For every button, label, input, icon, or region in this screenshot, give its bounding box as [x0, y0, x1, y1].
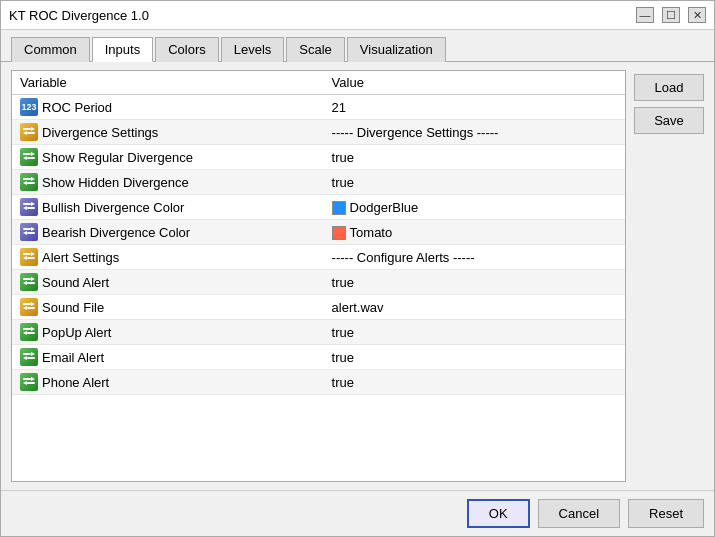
svg-marker-21 [31, 252, 35, 256]
svg-rect-4 [23, 153, 31, 155]
variable-cell: Bearish Divergence Color [12, 220, 324, 245]
ok-button[interactable]: OK [467, 499, 530, 528]
table-row[interactable]: Sound Alerttrue [12, 270, 625, 295]
variable-cell: 123ROC Period [12, 95, 324, 120]
tab-inputs[interactable]: Inputs [92, 37, 153, 62]
main-window: KT ROC Divergence 1.0 — ☐ ✕ Common Input… [0, 0, 715, 537]
bool-icon [20, 173, 38, 191]
variable-label: Bullish Divergence Color [42, 200, 184, 215]
tab-scale[interactable]: Scale [286, 37, 345, 62]
svg-marker-9 [31, 177, 35, 181]
svg-rect-36 [23, 353, 31, 355]
tabs-bar: Common Inputs Colors Levels Scale Visual… [1, 30, 714, 62]
table-row[interactable]: Divergence Settings----- Divergence Sett… [12, 120, 625, 145]
variable-cell: PopUp Alert [12, 320, 324, 345]
variable-label: PopUp Alert [42, 325, 111, 340]
color-icon [20, 198, 38, 216]
save-button[interactable]: Save [634, 107, 704, 134]
color-swatch [332, 201, 346, 215]
maximize-button[interactable]: ☐ [662, 7, 680, 23]
svg-rect-42 [27, 382, 35, 384]
table-row[interactable]: Email Alerttrue [12, 345, 625, 370]
table-row[interactable]: PopUp Alerttrue [12, 320, 625, 345]
svg-marker-3 [23, 131, 27, 135]
footer-bar: OK Cancel Reset [1, 490, 714, 536]
svg-marker-11 [23, 181, 27, 185]
variable-label: Divergence Settings [42, 125, 158, 140]
variable-cell: Bullish Divergence Color [12, 195, 324, 220]
settings-icon [20, 123, 38, 141]
svg-marker-31 [23, 306, 27, 310]
svg-marker-1 [31, 127, 35, 131]
svg-rect-24 [23, 278, 31, 280]
numeric-icon: 123 [20, 98, 38, 116]
col-value: Value [324, 71, 625, 95]
variable-label: Show Regular Divergence [42, 150, 193, 165]
svg-rect-14 [27, 207, 35, 209]
svg-marker-25 [31, 277, 35, 281]
value-cell: true [324, 145, 625, 170]
svg-marker-5 [31, 152, 35, 156]
bool-icon [20, 348, 38, 366]
table-row[interactable]: Bearish Divergence ColorTomato [12, 220, 625, 245]
variable-label: Email Alert [42, 350, 104, 365]
svg-marker-39 [23, 356, 27, 360]
tab-common[interactable]: Common [11, 37, 90, 62]
table-row[interactable]: Phone Alerttrue [12, 370, 625, 395]
col-variable: Variable [12, 71, 324, 95]
variable-cell: Phone Alert [12, 370, 324, 395]
svg-rect-32 [23, 328, 31, 330]
load-button[interactable]: Load [634, 74, 704, 101]
variable-label: Bearish Divergence Color [42, 225, 190, 240]
svg-rect-8 [23, 178, 31, 180]
svg-rect-26 [27, 282, 35, 284]
svg-rect-38 [27, 357, 35, 359]
settings-icon [20, 248, 38, 266]
table-row[interactable]: 123ROC Period21 [12, 95, 625, 120]
table-row[interactable]: Sound Filealert.wav [12, 295, 625, 320]
value-cell: ----- Configure Alerts ----- [324, 245, 625, 270]
table-row[interactable]: Bullish Divergence ColorDodgerBlue [12, 195, 625, 220]
table-row[interactable]: Show Hidden Divergencetrue [12, 170, 625, 195]
tab-colors[interactable]: Colors [155, 37, 219, 62]
tab-levels[interactable]: Levels [221, 37, 285, 62]
bool-icon [20, 148, 38, 166]
value-cell: true [324, 320, 625, 345]
reset-button[interactable]: Reset [628, 499, 704, 528]
cancel-button[interactable]: Cancel [538, 499, 620, 528]
svg-marker-17 [31, 227, 35, 231]
svg-marker-37 [31, 352, 35, 356]
svg-rect-28 [23, 303, 31, 305]
table-row[interactable]: Alert Settings----- Configure Alerts ---… [12, 245, 625, 270]
svg-rect-6 [27, 157, 35, 159]
variable-label: Alert Settings [42, 250, 119, 265]
value-cell: true [324, 170, 625, 195]
value-cell: true [324, 370, 625, 395]
variable-cell: Sound Alert [12, 270, 324, 295]
settings-icon [20, 298, 38, 316]
params-table-wrapper: Variable Value 123ROC Period21Divergence… [11, 70, 626, 482]
content-area: Variable Value 123ROC Period21Divergence… [1, 62, 714, 490]
variable-label: Sound File [42, 300, 104, 315]
variable-cell: Email Alert [12, 345, 324, 370]
value-cell: ----- Divergence Settings ----- [324, 120, 625, 145]
bool-icon [20, 373, 38, 391]
variable-cell: Sound File [12, 295, 324, 320]
svg-rect-16 [23, 228, 31, 230]
table-row[interactable]: Show Regular Divergencetrue [12, 145, 625, 170]
variable-cell: Show Regular Divergence [12, 145, 324, 170]
variable-label: Phone Alert [42, 375, 109, 390]
svg-marker-27 [23, 281, 27, 285]
color-icon [20, 223, 38, 241]
svg-rect-20 [23, 253, 31, 255]
variable-cell: Divergence Settings [12, 120, 324, 145]
svg-rect-40 [23, 378, 31, 380]
svg-marker-13 [31, 202, 35, 206]
minimize-button[interactable]: — [636, 7, 654, 23]
close-button[interactable]: ✕ [688, 7, 706, 23]
svg-marker-15 [23, 206, 27, 210]
svg-rect-0 [23, 128, 31, 130]
variable-label: Show Hidden Divergence [42, 175, 189, 190]
tab-visualization[interactable]: Visualization [347, 37, 446, 62]
window-controls: — ☐ ✕ [636, 7, 706, 23]
